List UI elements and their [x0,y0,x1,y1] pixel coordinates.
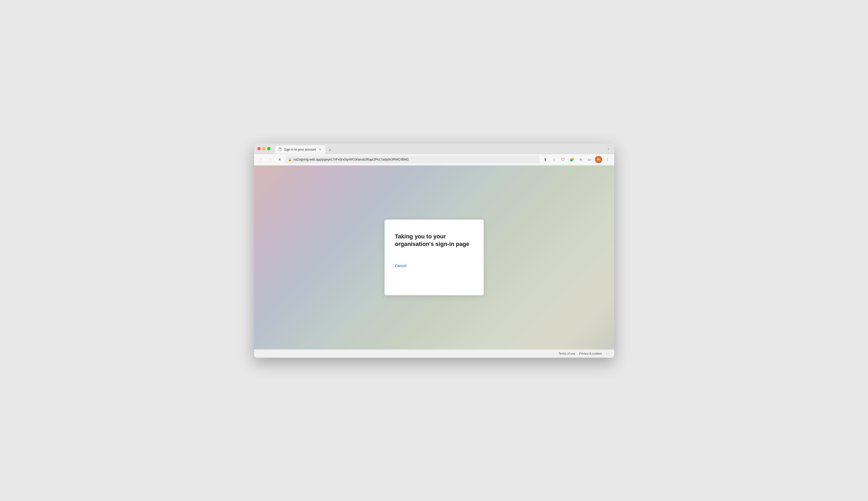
title-bar: Sign in to your account ✕ + ⌄ [254,143,614,154]
tabs-area: Sign in to your account ✕ + [275,143,604,154]
chevron-down-icon[interactable]: ⌄ [607,147,610,150]
back-button[interactable]: ‹ [257,156,265,163]
forward-icon: › [270,158,271,162]
browser-window: Sign in to your account ✕ + ⌄ ‹ › ✕ 🔒 na… [254,143,614,358]
profile-button[interactable]: N [595,156,602,163]
tab-close-button[interactable]: ✕ [318,148,322,152]
active-tab[interactable]: Sign in to your account ✕ [275,146,325,154]
new-tab-button[interactable]: + [326,147,334,154]
star-icon: ☆ [552,158,556,162]
privacy-cookies-link[interactable]: Privacy & cookies [579,352,602,355]
reload-button[interactable]: ✕ [276,156,283,163]
sidebar-icon: ▭ [588,158,591,162]
title-bar-right: ⌄ [606,147,611,150]
footer-more-button[interactable]: ··· [606,351,610,355]
maximize-button[interactable] [267,147,271,150]
share-icon: ⬆ [544,158,547,162]
shield-button[interactable]: 🛡 [559,156,567,163]
page-background: Taking you to your organisation's sign-i… [254,166,614,349]
minimize-button[interactable] [262,147,266,150]
close-icon: ✕ [278,158,281,162]
reading-list-button[interactable]: ≡ [577,156,584,163]
nav-actions: ⬆ ☆ 🛡 🧩 ≡ ▭ N ⋮ [542,156,611,163]
nav-bar: ‹ › ✕ 🔒 na2signing.web.app/pgwyk17hFe5rx… [254,154,614,166]
sidebar-button[interactable]: ▭ [586,156,593,163]
url-text: na2signing.web.app/pgwyk17hFe5rx0qnWO3rl… [294,158,537,161]
address-bar[interactable]: 🔒 na2signing.web.app/pgwyk17hFe5rx0qnWO3… [285,156,539,163]
footer: Terms of use Privacy & cookies ··· [254,349,614,358]
traffic-lights [257,147,271,150]
lock-icon: 🔒 [288,158,292,161]
extensions-button[interactable]: 🧩 [568,156,575,163]
close-button[interactable] [257,147,261,150]
more-icon: ⋮ [606,158,609,162]
menu-button[interactable]: ⋮ [604,156,611,163]
page-content: Taking you to your organisation's sign-i… [254,166,614,349]
tab-title: Sign in to your account [284,148,316,151]
dialog-heading: Taking you to your organisation's sign-i… [395,233,473,248]
bookmark-button[interactable]: ☆ [550,156,558,163]
cancel-button[interactable]: Cancel [395,264,473,268]
forward-button[interactable]: › [267,156,274,163]
profile-initial: N [597,158,600,161]
dialog-card: Taking you to your organisation's sign-i… [385,220,484,295]
list-icon: ≡ [580,158,582,162]
puzzle-icon: 🧩 [570,158,574,162]
tab-loading-spinner [278,148,282,151]
share-button[interactable]: ⬆ [542,156,549,163]
terms-of-use-link[interactable]: Terms of use [559,352,575,355]
back-icon: ‹ [260,158,261,162]
shield-icon: 🛡 [561,158,565,162]
